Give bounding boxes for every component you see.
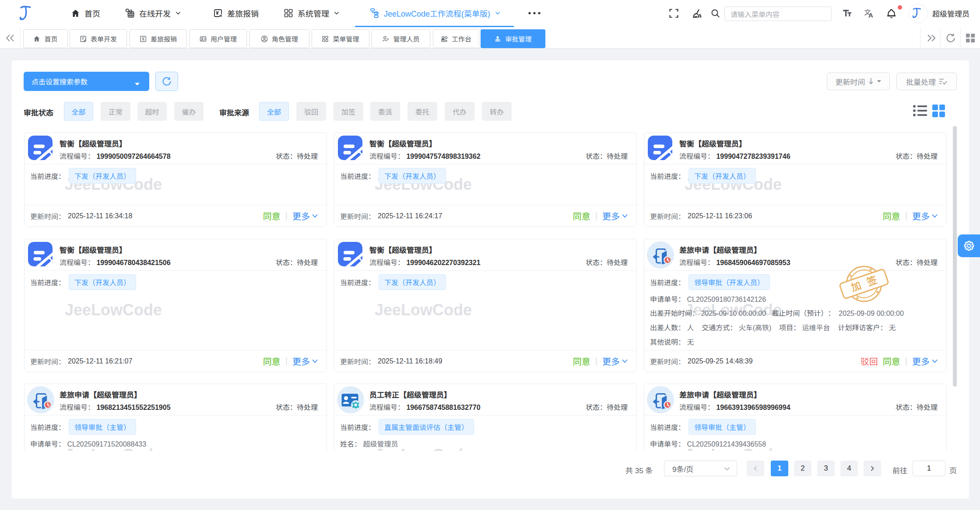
svg-text:A: A	[868, 11, 873, 18]
